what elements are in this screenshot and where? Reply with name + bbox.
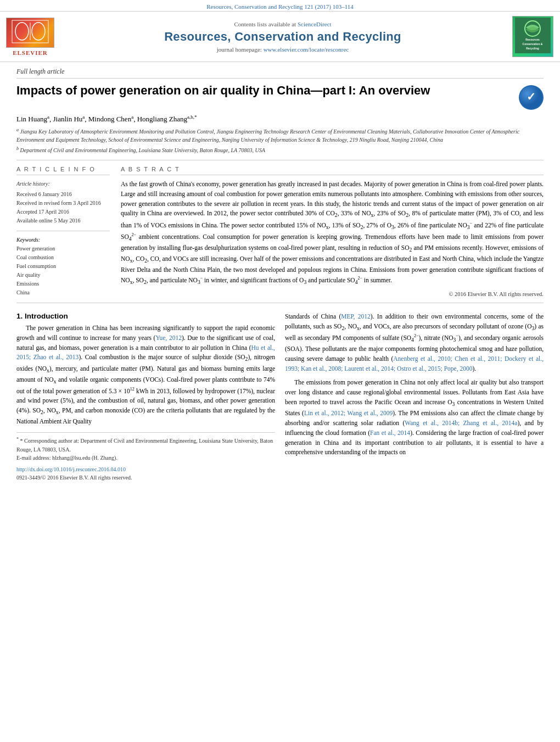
journal-homepage: journal homepage: www.elsevier.com/locat… [60, 46, 505, 53]
intro-text-left: The power generation in China has been i… [16, 323, 275, 427]
article-title: Impacts of power generation on air quali… [16, 83, 511, 99]
abstract-text: As the fast growth of China's economy, p… [121, 180, 544, 287]
divider-2 [16, 303, 544, 303]
intro-heading: 1. Introduction [16, 312, 275, 320]
right-col: Standards of China (MEP, 2012). In addit… [285, 312, 544, 482]
crossmark-icon: ✓ [519, 85, 544, 110]
elsevier-logo-box [6, 18, 54, 48]
svg-text:✓: ✓ [527, 91, 536, 103]
keywords-label: Keywords: [16, 237, 110, 243]
doi-line: http://dx.doi.org/10.1016/j.resconrec.20… [16, 465, 275, 473]
elsevier-logo-image [11, 19, 49, 46]
affiliation-a: a Jiangsu Key Laboratory of Atmospheric … [16, 127, 544, 143]
abstract-header: A B S T R A C T [121, 166, 544, 175]
homepage-link[interactable]: www.elsevier.com/locate/resconrec [264, 46, 349, 53]
svg-point-1 [15, 23, 29, 40]
article-info-col: A R T I C L E I N F O Article history: R… [16, 166, 110, 297]
main-content: 1. Introduction The power generation in … [16, 310, 544, 482]
article-title-row: Impacts of power generation on air quali… [16, 83, 544, 110]
svg-text:Conservation &: Conservation & [522, 42, 542, 46]
footnote-corresponding: * * Corresponding author at: Department … [16, 436, 275, 453]
citation-text: Resources, Conservation and Recycling 12… [206, 3, 354, 10]
svg-point-2 [32, 23, 45, 40]
abstract-col: A B S T R A C T As the fast growth of Ch… [121, 166, 544, 297]
doi-link[interactable]: http://dx.doi.org/10.1016/j.resconrec.20… [16, 466, 126, 472]
available-date: Available online 5 May 2016 [16, 217, 80, 224]
sciencedirect-link[interactable]: ScienceDirect [298, 21, 332, 27]
citation-bar: Resources, Conservation and Recycling 12… [0, 0, 560, 11]
article-history: Article history: Received 6 January 2016… [16, 180, 110, 225]
journal-title: Resources, Conservation and Recycling [60, 30, 505, 44]
corner-logo: Resources Conservation & Recycling [511, 16, 555, 57]
divider-1 [16, 160, 544, 160]
divider-keywords [16, 231, 110, 231]
article-body: Full length article Impacts of power gen… [0, 62, 560, 493]
contents-available-line: Contents lists available at ScienceDirec… [60, 21, 505, 27]
copyright-line: © 2016 Elsevier B.V. All rights reserved… [121, 291, 544, 297]
corner-logo-box: Resources Conservation & Recycling [512, 16, 553, 57]
elsevier-label: ELSEVIER [13, 49, 48, 56]
journal-header: ELSEVIER Contents lists available at Sci… [0, 11, 560, 62]
svg-text:Recycling: Recycling [526, 47, 539, 50]
header-center: Contents lists available at ScienceDirec… [60, 21, 505, 53]
authors-line: Lin Huanga, Jianlin Hua, Mindong Chena, … [16, 114, 544, 124]
accepted-date: Accepted 17 April 2016 [16, 209, 69, 215]
issn-line: 0921-3449/© 2016 Elsevier B.V. All right… [16, 473, 275, 482]
footnote-email: E-mail address: hlzhang@lsu.edu (H. Zhan… [16, 454, 275, 462]
received-date: Received 6 January 2016 [16, 191, 72, 197]
revised-date: Received in revised form 3 April 2016 [16, 200, 101, 206]
article-info-abstract: A R T I C L E I N F O Article history: R… [16, 166, 544, 297]
article-type: Full length article [16, 68, 544, 79]
footnote-section: * * Corresponding author at: Department … [16, 432, 275, 481]
keywords-list: Power generation Coal combustion Fuel co… [16, 244, 110, 297]
elsevier-logo: ELSEVIER [5, 18, 55, 56]
left-col: 1. Introduction The power generation in … [16, 312, 275, 482]
article-info-header: A R T I C L E I N F O [16, 166, 110, 175]
crossmark-badge: ✓ [519, 85, 544, 110]
svg-text:Resources: Resources [525, 38, 540, 41]
affiliation-b: b Department of Civil and Environmental … [16, 146, 544, 154]
intro-text-right: Standards of China (MEP, 2012). In addit… [285, 312, 544, 458]
